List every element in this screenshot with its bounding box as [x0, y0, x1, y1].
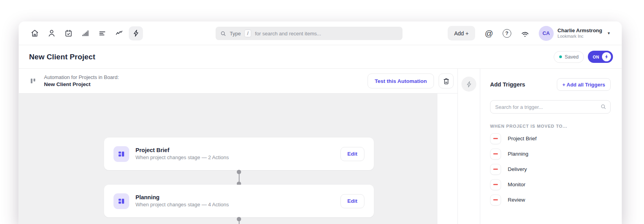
user-info: Charlie Armstrong Lookmark Inc [558, 28, 602, 39]
automation-rail-toggle[interactable] [461, 77, 476, 92]
search-prefix-text: Type [230, 31, 241, 37]
board-stage-icon [117, 197, 125, 205]
trigger-list: Project Brief Planning Delivery Monitor … [490, 131, 611, 207]
trash-icon [443, 77, 450, 85]
automation-card-planning[interactable]: Planning When project changes stage — 4 … [104, 185, 374, 217]
lightning-icon [132, 29, 140, 37]
automation-canvas: Project Brief When project changes stage… [19, 94, 457, 224]
bar-chart-icon [81, 29, 90, 37]
title-bar: New Client Project Saved ON [19, 45, 622, 69]
topbar-actions: Add + @ ? CA Charlie Armstrong Lookmark … [448, 26, 610, 41]
minus-icon [493, 138, 498, 139]
calendar-check-icon [64, 29, 73, 37]
minus-icon [493, 153, 498, 154]
list-icon [98, 29, 106, 37]
saved-status-badge: Saved [554, 51, 584, 63]
card-text: Planning When project changes stage — 4 … [135, 194, 229, 209]
top-navigation-bar: Type / for search and recent items... Ad… [19, 22, 622, 45]
trigger-item-monitor: Monitor [490, 177, 611, 192]
trigger-label: Monitor [508, 182, 525, 187]
avatar: CA [539, 26, 554, 41]
trigger-item-delivery: Delivery [490, 162, 611, 177]
triggers-header: Add Triggers + Add all Triggers [490, 78, 611, 91]
automation-panel-header: Automation for Projects in Board: New Cl… [19, 69, 457, 94]
search-icon [600, 104, 606, 110]
help-icon: ? [503, 29, 511, 38]
toggle-knob [602, 52, 611, 61]
triggers-title: Add Triggers [490, 81, 525, 88]
stage-tile [113, 193, 129, 209]
lightning-icon [604, 54, 609, 59]
stage-tile [113, 146, 129, 162]
trigger-item-review: Review [490, 192, 611, 207]
primary-nav [27, 26, 143, 40]
trigger-search [490, 100, 611, 114]
remove-trigger-button[interactable] [490, 164, 501, 175]
nav-automations-button[interactable] [129, 26, 143, 40]
triggers-section-label: WHEN PROJECT IS MOVED TO... [490, 124, 611, 129]
user-name: Charlie Armstrong [558, 28, 602, 34]
connector-line [239, 174, 240, 182]
trigger-label: Planning [508, 151, 529, 157]
remove-trigger-button[interactable] [490, 133, 501, 144]
saved-label: Saved [565, 54, 578, 60]
broadcast-button[interactable] [521, 29, 529, 38]
edit-button[interactable]: Edit [340, 147, 365, 161]
remove-trigger-button[interactable] [490, 149, 501, 160]
search-placeholder-text: for search and recent items... [255, 31, 321, 37]
automation-rail [458, 69, 480, 224]
nav-activity-button[interactable] [112, 26, 126, 40]
test-automation-button[interactable]: Test this Automation [368, 73, 434, 88]
minus-icon [493, 169, 498, 169]
help-button[interactable]: ? [503, 29, 511, 38]
card-connector [237, 217, 241, 224]
remove-trigger-button[interactable] [490, 179, 501, 190]
trigger-item-project-brief: Project Brief [490, 131, 611, 146]
at-icon: @ [485, 29, 493, 37]
trend-icon [115, 29, 123, 37]
saved-dot-icon [559, 55, 562, 58]
board-icon [29, 77, 37, 84]
automation-board-name: New Client Project [44, 81, 119, 88]
automation-card-project-brief[interactable]: Project Brief When project changes stage… [104, 138, 374, 170]
triggers-sidebar: Add Triggers + Add all Triggers WHEN PRO… [480, 69, 622, 224]
nav-home-button[interactable] [27, 26, 42, 40]
automation-context-label: Automation for Projects in Board: [44, 74, 119, 81]
minus-icon [493, 184, 498, 185]
automation-on-toggle[interactable]: ON [588, 51, 613, 63]
lightning-icon [465, 81, 473, 88]
nav-calendar-button[interactable] [61, 26, 75, 40]
automation-panel: Automation for Projects in Board: New Cl… [19, 69, 458, 224]
user-menu[interactable]: CA Charlie Armstrong Lookmark Inc ▾ [539, 26, 610, 41]
trigger-label: Review [508, 197, 525, 203]
trigger-label: Project Brief [508, 136, 537, 141]
card-text: Project Brief When project changes stage… [135, 147, 229, 162]
nav-profile-button[interactable] [44, 26, 59, 40]
delete-automation-button[interactable] [439, 73, 454, 88]
user-org: Lookmark Inc [558, 34, 602, 39]
chevron-down-icon: ▾ [607, 31, 610, 36]
global-search-input[interactable]: Type / for search and recent items... [216, 27, 402, 40]
add-all-triggers-button[interactable]: + Add all Triggers [557, 78, 611, 91]
page-title: New Client Project [29, 53, 95, 61]
card-subtitle: When project changes stage — 4 Actions [135, 201, 229, 209]
title-bar-actions: Saved ON [554, 51, 613, 63]
connector-dot-icon [237, 217, 241, 221]
connector-line [239, 221, 240, 224]
card-connector [237, 170, 241, 186]
app-window: Type / for search and recent items... Ad… [19, 22, 622, 224]
slash-key-chip: / [244, 29, 251, 37]
automation-context: Automation for Projects in Board: New Cl… [44, 74, 119, 88]
add-button[interactable]: Add + [448, 26, 476, 40]
connector-dot-icon [237, 170, 241, 174]
edit-button[interactable]: Edit [340, 194, 365, 208]
remove-trigger-button[interactable] [490, 195, 501, 206]
board-stage-icon [117, 150, 125, 158]
minus-icon [493, 199, 498, 200]
card-subtitle: When project changes stage — 2 Actions [135, 154, 229, 162]
mentions-button[interactable]: @ [485, 29, 493, 37]
trigger-search-input[interactable] [490, 100, 611, 114]
nav-reports-button[interactable] [78, 26, 92, 40]
nav-list-button[interactable] [95, 26, 109, 40]
home-icon [31, 29, 39, 37]
